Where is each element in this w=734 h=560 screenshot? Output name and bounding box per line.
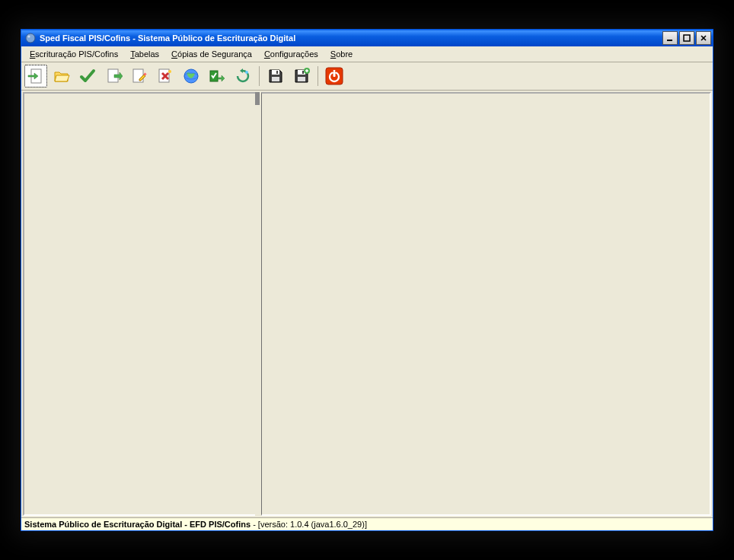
titlebar[interactable]: Sped Fiscal PIS/Cofins - Sistema Público…	[21, 30, 713, 46]
save-icon	[266, 67, 285, 85]
status-rest: - [versão: 1.0.4 (java1.6.0_29)]	[251, 520, 367, 529]
toolbar-save-as-button[interactable]	[290, 65, 313, 88]
svg-rect-2	[667, 40, 672, 41]
window-controls	[662, 31, 711, 45]
toolbar-globe-button[interactable]	[180, 65, 203, 88]
open-folder-icon	[53, 67, 71, 85]
svg-rect-3	[684, 35, 690, 41]
save-plus-icon	[292, 67, 311, 85]
toolbar-save-button[interactable]	[264, 65, 287, 88]
refresh-icon	[234, 67, 252, 85]
svg-point-13	[168, 70, 171, 73]
toolbar-tools-button[interactable]	[154, 65, 177, 88]
menu-configuracoes[interactable]: Configurações	[259, 48, 324, 60]
app-icon	[24, 32, 37, 44]
content-area	[21, 91, 713, 517]
toolbar-open-button[interactable]	[50, 65, 73, 88]
power-icon	[324, 66, 344, 86]
check-config-icon	[208, 67, 226, 85]
menu-escrituracao[interactable]: Escrituração PIS/Cofins	[24, 48, 123, 60]
toolbar-validate-button[interactable]	[76, 65, 99, 88]
import-icon	[27, 67, 45, 85]
svg-rect-18	[272, 70, 279, 75]
svg-point-1	[28, 36, 30, 38]
svg-rect-31	[333, 70, 336, 76]
toolbar-exit-button[interactable]	[323, 65, 346, 88]
minimize-button[interactable]	[662, 31, 678, 45]
svg-rect-20	[272, 77, 279, 81]
right-panel[interactable]	[261, 92, 711, 516]
statusbar: Sistema Público de Escrituração Digital …	[21, 517, 713, 530]
menu-tabelas[interactable]: Tabelas	[125, 48, 164, 60]
minimize-icon	[666, 34, 674, 42]
toolbar-separator	[318, 66, 318, 86]
toolbar-separator	[259, 66, 260, 86]
close-button[interactable]	[696, 31, 711, 45]
maximize-button[interactable]	[679, 31, 694, 45]
app-window: Sped Fiscal PIS/Cofins - Sistema Público…	[21, 29, 713, 531]
left-panel[interactable]	[23, 92, 255, 516]
close-icon	[700, 34, 707, 42]
edit-pencil-icon	[130, 67, 148, 85]
export-doc-icon	[104, 67, 123, 85]
menu-sobre[interactable]: Sobre	[325, 48, 358, 60]
toolbar-import-button[interactable]	[24, 65, 47, 88]
globe-icon	[182, 67, 200, 85]
status-bold: Sistema Público de Escrituração Digital …	[24, 520, 251, 529]
svg-rect-23	[298, 77, 305, 81]
svg-rect-19	[276, 71, 278, 74]
tools-cross-icon	[156, 67, 174, 85]
check-icon	[78, 67, 97, 85]
toolbar-check-config-button[interactable]	[206, 65, 228, 88]
splitter[interactable]	[255, 92, 261, 516]
toolbar-edit-button[interactable]	[128, 65, 151, 88]
svg-rect-22	[302, 71, 304, 74]
splitter-handle[interactable]	[255, 91, 260, 105]
svg-point-17	[245, 71, 248, 74]
toolbar-export-button[interactable]	[102, 65, 125, 88]
menu-copias[interactable]: Cópias de Segurança	[166, 48, 257, 60]
maximize-icon	[683, 34, 691, 42]
toolbar-refresh-button[interactable]	[231, 65, 254, 88]
svg-point-0	[26, 33, 35, 43]
toolbar	[21, 62, 713, 91]
window-title: Sped Fiscal PIS/Cofins - Sistema Público…	[40, 33, 662, 43]
menubar: Escrituração PIS/Cofins Tabelas Cópias d…	[21, 46, 713, 62]
